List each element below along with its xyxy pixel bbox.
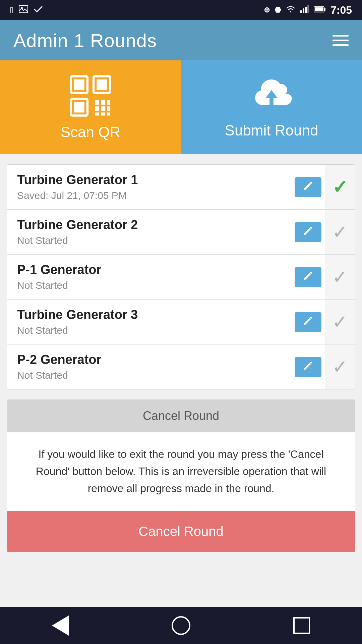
submit-round-button[interactable]: Submit Round <box>181 60 362 154</box>
svg-rect-23 <box>107 112 110 115</box>
cancel-round-header-text: Cancel Round <box>143 409 219 423</box>
list-item-content: Turbine Generator 2 Not Started <box>7 210 295 254</box>
status-bar-left:  <box>10 5 43 15</box>
svg-rect-3 <box>303 8 304 13</box>
item-check-incomplete: ✓ <box>325 344 355 389</box>
svg-rect-7 <box>324 8 325 11</box>
svg-rect-19 <box>107 100 110 105</box>
menu-button[interactable] <box>333 35 349 46</box>
list-item-content: P-2 Generator Not Started <box>7 344 295 389</box>
svg-rect-12 <box>97 79 107 90</box>
page-title: Admin 1 Rounds <box>13 30 157 51</box>
svg-rect-21 <box>107 106 110 111</box>
nav-recents-button[interactable] <box>290 614 313 637</box>
bottom-nav <box>0 607 362 644</box>
check-gray-icon: ✓ <box>332 266 348 288</box>
back-icon <box>52 615 69 636</box>
battery-icon <box>314 5 326 15</box>
item-edit-button[interactable] <box>295 267 321 287</box>
qr-icon <box>69 74 112 118</box>
item-subtitle: Not Started <box>17 280 285 291</box>
item-subtitle: Saved: Jul 21, 07:05 PM <box>17 190 285 201</box>
item-subtitle: Not Started <box>17 370 285 381</box>
cancel-round-description: If you would like to exit the round you … <box>24 446 338 497</box>
cancel-round-header: Cancel Round <box>7 399 355 432</box>
time-display: 7:05 <box>330 4 352 16</box>
cancel-round-button[interactable]: Cancel Round <box>7 511 355 552</box>
edit-icon <box>303 315 313 329</box>
list-item: Turbine Generator 3 Not Started ✓ <box>7 300 355 344</box>
scan-qr-label: Scan QR <box>61 124 121 141</box>
item-edit-button[interactable] <box>295 312 321 332</box>
svg-rect-15 <box>95 100 99 105</box>
list-item: Turbine Generator 2 Not Started ✓ <box>7 210 355 255</box>
facebook-icon:  <box>10 5 13 15</box>
cancel-round-section: Cancel Round If you would like to exit t… <box>7 399 355 552</box>
item-check-incomplete: ✓ <box>325 255 355 299</box>
status-bar:  ⊕ ⬣ 7:05 <box>0 0 362 20</box>
item-check-incomplete: ✓ <box>325 300 355 344</box>
item-title: Turbine Generator 3 <box>17 308 285 322</box>
recents-icon <box>293 617 310 634</box>
check-icon <box>34 5 43 15</box>
action-row: Scan QR Submit Round <box>0 60 362 154</box>
list-item-content: Turbine Generator 1 Saved: Jul 21, 07:05… <box>7 165 295 209</box>
image-icon <box>19 5 28 15</box>
item-title: Turbine Generator 2 <box>17 218 285 232</box>
check-gray-icon: ✓ <box>332 311 348 333</box>
item-subtitle: Not Started <box>17 235 285 246</box>
check-gray-icon: ✓ <box>332 221 348 243</box>
wifi-icon <box>286 5 296 15</box>
item-subtitle: Not Started <box>17 325 285 336</box>
cancel-round-body: If you would like to exit the round you … <box>7 432 355 511</box>
signal-icon <box>300 5 309 15</box>
nav-home-button[interactable] <box>169 614 193 637</box>
item-title: Turbine Generator 1 <box>17 173 285 187</box>
list-item-content: Turbine Generator 3 Not Started <box>7 300 295 344</box>
cloud-upload-icon <box>248 76 295 116</box>
svg-rect-18 <box>101 106 105 111</box>
edit-icon <box>303 270 313 284</box>
bluetooth-icon: ⬣ <box>275 6 281 14</box>
svg-rect-10 <box>74 79 84 90</box>
svg-rect-16 <box>101 100 105 105</box>
svg-rect-8 <box>315 7 323 11</box>
svg-rect-22 <box>101 112 105 115</box>
list-item: P-1 Generator Not Started ✓ <box>7 255 355 300</box>
svg-rect-2 <box>300 10 302 13</box>
svg-rect-20 <box>95 112 99 115</box>
svg-rect-5 <box>307 5 309 13</box>
check-gray-icon: ✓ <box>332 356 348 378</box>
app-header: Admin 1 Rounds <box>0 20 362 60</box>
submit-round-label: Submit Round <box>225 122 318 139</box>
status-bar-right: ⊕ ⬣ 7:05 <box>264 4 352 16</box>
check-green-icon: ✓ <box>332 176 348 198</box>
nav-back-button[interactable] <box>49 614 72 637</box>
item-title: P-2 Generator <box>17 353 285 367</box>
scan-qr-button[interactable]: Scan QR <box>0 60 181 154</box>
item-title: P-1 Generator <box>17 263 285 277</box>
location-icon: ⊕ <box>264 6 270 14</box>
main-content: Scan QR Submit Round Turbine Generator 1… <box>0 60 362 592</box>
item-edit-button[interactable] <box>295 177 321 197</box>
list-item: Turbine Generator 1 Saved: Jul 21, 07:05… <box>7 165 355 210</box>
home-icon <box>172 616 190 635</box>
list-item-content: P-1 Generator Not Started <box>7 255 295 299</box>
edit-icon <box>303 225 313 239</box>
item-check-complete: ✓ <box>325 165 355 209</box>
svg-rect-14 <box>74 102 84 112</box>
list-item: P-2 Generator Not Started ✓ <box>7 344 355 389</box>
edit-icon <box>303 180 313 194</box>
item-edit-button[interactable] <box>295 222 321 242</box>
item-edit-button[interactable] <box>295 357 321 377</box>
item-check-incomplete: ✓ <box>325 210 355 254</box>
svg-rect-4 <box>305 7 307 13</box>
edit-icon <box>303 360 313 374</box>
items-list: Turbine Generator 1 Saved: Jul 21, 07:05… <box>7 164 355 389</box>
svg-rect-17 <box>95 106 99 111</box>
